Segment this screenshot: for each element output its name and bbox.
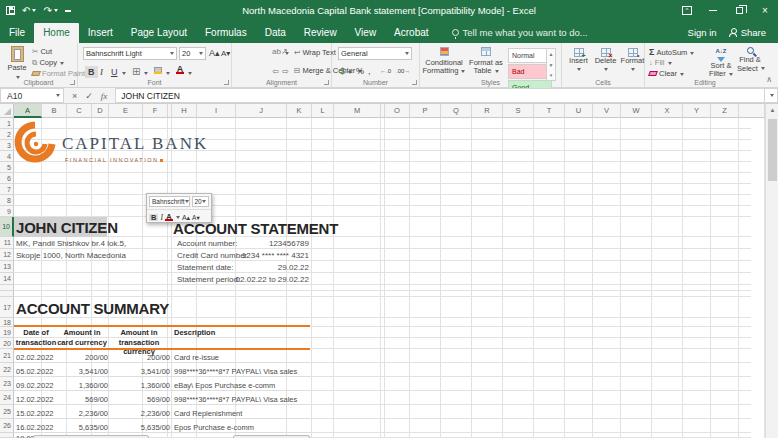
column-header-D[interactable]: D bbox=[92, 104, 109, 118]
row-header-13[interactable]: 13 bbox=[0, 261, 14, 273]
statement-field-value[interactable]: 02.02.22 to 29.02.22 bbox=[215, 275, 309, 284]
vertical-scrollbar[interactable]: ▲ bbox=[765, 104, 778, 438]
sheet-grid[interactable]: ABCDEFHIJKLMOPQRSTUVWXYZ1234567891011121… bbox=[0, 104, 765, 438]
mini-font-color-icon[interactable]: A bbox=[165, 213, 173, 221]
row-header-7[interactable]: 7 bbox=[0, 184, 14, 195]
cell-amount-transaction[interactable]: 5,635/00 bbox=[106, 423, 170, 432]
column-header-M[interactable]: M bbox=[334, 104, 381, 118]
cell-amount-transaction[interactable]: 1,360/00 bbox=[106, 381, 170, 390]
tab-home[interactable]: Home bbox=[34, 23, 79, 43]
row-header-2[interactable]: 2 bbox=[0, 129, 14, 140]
formula-input[interactable]: JOHN CITIZEN bbox=[116, 88, 764, 103]
cell-amount-transaction[interactable]: 2,236/00 bbox=[106, 409, 170, 418]
header-description[interactable]: Description bbox=[174, 328, 215, 338]
header-date[interactable]: Date of transaction bbox=[12, 328, 60, 347]
decrease-decimal-icon[interactable]: .00→ bbox=[396, 68, 410, 74]
font-name-combo[interactable]: Bahnschrift Light bbox=[83, 47, 177, 60]
column-header-E[interactable]: E bbox=[109, 104, 143, 118]
column-header-T[interactable]: T bbox=[534, 104, 565, 118]
gallery-more-icon[interactable]: ▾ bbox=[550, 72, 553, 78]
cell-amount-card[interactable]: 569/00 bbox=[56, 395, 108, 404]
column-header-Q[interactable]: Q bbox=[441, 104, 472, 118]
column-header-I[interactable]: I bbox=[197, 104, 236, 118]
increase-indent-icon[interactable]: ⇨ bbox=[282, 67, 289, 76]
column-header-A[interactable]: A bbox=[14, 104, 42, 118]
font-color-icon[interactable]: A bbox=[176, 65, 184, 74]
row-header-8[interactable]: 8 bbox=[0, 195, 14, 206]
cell-date[interactable]: 16.02.2022 bbox=[16, 423, 54, 432]
column-header-F[interactable]: F bbox=[143, 104, 168, 118]
tab-data[interactable]: Data bbox=[256, 23, 295, 43]
format-cells-button[interactable]: •Format bbox=[620, 48, 645, 74]
gallery-up-icon[interactable]: ▲ bbox=[549, 51, 554, 57]
cell-description[interactable]: Card re-issue bbox=[174, 353, 219, 362]
cell-amount-transaction[interactable]: 200/00 bbox=[106, 353, 170, 362]
cell-date[interactable]: 15.02.2022 bbox=[16, 409, 54, 418]
shrink-font-icon[interactable]: A▾ bbox=[221, 49, 230, 58]
copy-button[interactable]: ⧉ Copy bbox=[32, 58, 64, 68]
row-header-22[interactable]: 22 bbox=[0, 363, 14, 377]
customer-name-cell[interactable]: JOHN CITIZEN bbox=[16, 219, 118, 236]
row-header-14[interactable]: 14 bbox=[0, 273, 14, 285]
name-box[interactable]: A10 bbox=[0, 88, 64, 103]
wrap-text-button[interactable]: ↩ Wrap Text bbox=[294, 48, 336, 57]
cell-date[interactable]: 12.02.2022 bbox=[16, 395, 54, 404]
cell-description[interactable]: Card Replenishment bbox=[174, 409, 242, 418]
row-header-5[interactable]: 5 bbox=[0, 162, 14, 173]
italic-icon[interactable]: I bbox=[100, 67, 103, 77]
row-header-24[interactable]: 24 bbox=[0, 391, 14, 405]
scroll-up-icon[interactable]: ▲ bbox=[766, 104, 778, 117]
comma-style-icon[interactable]: , bbox=[368, 66, 371, 76]
cell-amount-card[interactable]: 2,236/00 bbox=[56, 409, 108, 418]
row-header-9[interactable]: 9 bbox=[0, 206, 14, 217]
format-as-table-button[interactable]: Format asTable bbox=[466, 47, 506, 76]
tab-file[interactable]: File bbox=[0, 23, 34, 43]
row-header-23[interactable]: 23 bbox=[0, 377, 14, 391]
cell-date[interactable]: 02.02.2022 bbox=[16, 353, 54, 362]
sort-filter-button[interactable]: A↓Z Sort &Filter bbox=[707, 47, 735, 79]
column-header-B[interactable]: B bbox=[42, 104, 67, 118]
column-header-L[interactable]: L bbox=[312, 104, 334, 118]
row-header-12[interactable]: 12 bbox=[0, 249, 14, 261]
summary-title-cell[interactable]: ACCOUNT SUMMARY bbox=[16, 300, 169, 317]
statement-field-value[interactable]: 1234 **** **** 4321 bbox=[215, 251, 309, 260]
column-header-P[interactable]: P bbox=[410, 104, 441, 118]
row-header-26[interactable]: 26 bbox=[0, 419, 14, 433]
conditional-formatting-button[interactable]: ConditionalFormatting bbox=[422, 47, 466, 76]
row-header-18[interactable]: 18 bbox=[0, 318, 14, 327]
underline-icon[interactable]: U bbox=[111, 67, 118, 77]
expand-formula-bar-icon[interactable] bbox=[764, 88, 778, 103]
decrease-indent-icon[interactable]: ⇦ bbox=[272, 67, 279, 76]
header-amount-card[interactable]: Amount in card currency bbox=[56, 328, 108, 347]
font-dialog-launcher-icon[interactable] bbox=[224, 80, 229, 85]
column-header-Y[interactable]: Y bbox=[683, 104, 711, 118]
address-line2-cell[interactable]: Skopje 1000, North Macedonia bbox=[16, 251, 126, 260]
tell-me-box[interactable]: Tell me what you want to do... bbox=[438, 23, 596, 43]
autosum-button[interactable]: Σ AutoSum bbox=[649, 47, 694, 57]
scrollbar-thumb[interactable] bbox=[768, 119, 777, 181]
collapse-ribbon-icon[interactable]: ∧ bbox=[766, 75, 772, 84]
column-header-W[interactable]: W bbox=[621, 104, 652, 118]
mini-font-size-combo[interactable]: 20 bbox=[192, 196, 210, 207]
number-dialog-launcher-icon[interactable] bbox=[412, 80, 417, 85]
cell-amount-card[interactable]: 5,635/00 bbox=[56, 423, 108, 432]
sign-in-button[interactable]: Sign in bbox=[688, 27, 717, 38]
find-select-button[interactable]: Find &Select bbox=[737, 47, 763, 73]
column-header-C[interactable]: C bbox=[67, 104, 92, 118]
mini-grow-font-icon[interactable]: A▴ bbox=[182, 214, 190, 221]
column-header-U[interactable]: U bbox=[565, 104, 593, 118]
minimize-icon[interactable] bbox=[700, 0, 726, 21]
insert-function-icon[interactable]: fx bbox=[101, 91, 108, 101]
row-header-1[interactable]: 1 bbox=[0, 118, 14, 129]
row-header-10[interactable]: 10 bbox=[0, 217, 14, 237]
gallery-down-icon[interactable]: ▼ bbox=[549, 62, 554, 68]
cell-date[interactable]: 09.02.2022 bbox=[16, 381, 54, 390]
tab-formulas[interactable]: Formulas bbox=[196, 23, 256, 43]
column-header-R[interactable]: R bbox=[472, 104, 503, 118]
cell-description[interactable]: eBay\ Epos Purchase e-comm bbox=[174, 381, 275, 390]
cell-description[interactable]: 998****36****8*7 PAYPAL\ Visa sales bbox=[174, 395, 297, 404]
cell-amount-transaction[interactable]: 3,541/00 bbox=[106, 367, 170, 376]
tab-review[interactable]: Review bbox=[295, 23, 346, 43]
column-header-S[interactable]: S bbox=[503, 104, 534, 118]
cell-description[interactable]: Epos Purchase e-comm bbox=[174, 423, 254, 432]
